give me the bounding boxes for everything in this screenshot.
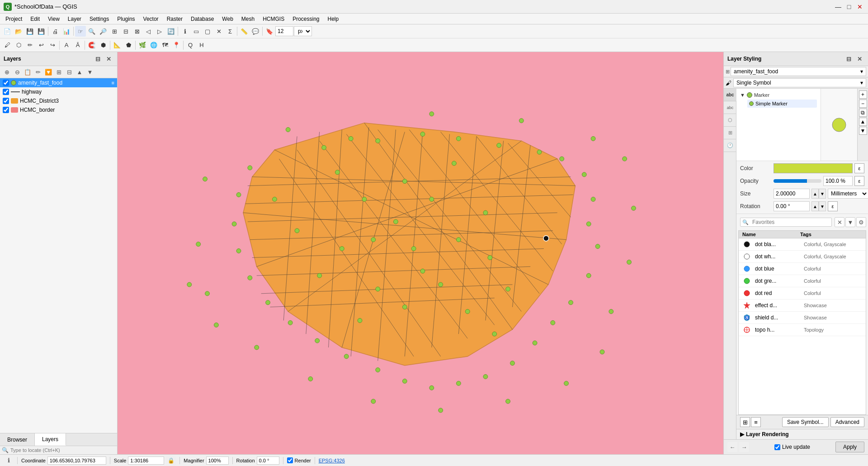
symbol-item-dot-white[interactable]: dot wh... Colorful, Grayscale [739,251,866,263]
symbol-item-dot-green[interactable]: dot gre... Colorful [739,275,866,287]
collapse-all-btn[interactable]: ⊟ [64,67,74,77]
move-down-btn[interactable]: ▼ [85,67,95,77]
label-btn[interactable]: A [61,40,72,51]
menu-view[interactable]: View [44,15,63,23]
menu-web[interactable]: Web [218,15,236,23]
edit-btn[interactable]: ✏ [24,40,35,51]
report-btn[interactable]: 📊 [61,26,72,37]
symbol-item-effect[interactable]: effect d... Showcase [739,300,866,312]
rotation-up-btn[interactable]: ▲ [811,201,819,211]
open-btn[interactable]: 📂 [13,26,24,37]
node-btn[interactable]: ⬡ [13,40,24,51]
maximize-btn[interactable]: □ [844,2,854,11]
menu-plugins[interactable]: Plugins [113,15,138,23]
rotation-input[interactable] [774,201,810,211]
edit-layer-btn[interactable]: ✏ [33,67,43,77]
remove-layer-btn[interactable]: ⊖ [12,67,22,77]
save-btn[interactable]: 💾 [24,26,35,37]
topo-btn[interactable]: ⬢ [98,40,108,51]
scale-lock-btn[interactable]: 🔒 [166,456,176,466]
open-attributes-btn[interactable]: 📋 [23,67,33,77]
window-controls[interactable]: — □ ✕ [834,2,864,11]
opacity-input[interactable] [823,176,853,186]
style-tab-3d[interactable]: ⬡ [724,114,736,127]
list-view-btn[interactable]: ≡ [751,417,761,427]
advanced-digitize-btn[interactable]: 📐 [112,40,123,51]
zoom-prev-btn[interactable]: ◁ [143,26,154,37]
layer-checkbox-highway[interactable] [3,89,9,95]
menu-processing[interactable]: Processing [289,15,323,23]
favorites-settings-btn[interactable]: ▼ [845,217,855,227]
menu-vector[interactable]: Vector [140,15,162,23]
bookmark-btn[interactable]: 🔖 [264,26,275,37]
font-size-input[interactable] [275,26,293,36]
label2-btn[interactable]: Ā [72,40,83,51]
prev-style-btn[interactable]: ← [727,442,737,452]
size-up-btn[interactable]: ▲ [811,189,819,199]
up-symbol-btn[interactable]: ▲ [859,118,867,126]
style-tab-abc2[interactable]: abc [724,101,736,114]
select-rect-btn[interactable]: ▢ [202,26,213,37]
map-area[interactable] [118,52,723,454]
menu-hcmgis[interactable]: HCMGIS [259,15,288,23]
zoom-full-btn[interactable]: ⊞ [109,26,120,37]
add-layer-btn[interactable]: ⊕ [2,67,12,77]
save-symbol-btn[interactable]: Save Symbol... [782,417,829,427]
size-unit-select[interactable]: Millimeters Pixels Points [828,189,868,199]
new-project-btn[interactable]: 📄 [2,26,13,37]
opacity-expr-btn[interactable]: ε [854,176,864,186]
magnifier-input[interactable] [206,456,229,465]
menu-edit[interactable]: Edit [27,15,43,23]
favorites-clear-btn[interactable]: ✕ [835,217,844,227]
minimize-btn[interactable]: — [834,2,843,11]
layer-item-highway[interactable]: highway [0,87,117,96]
move-up-btn[interactable]: ▲ [75,67,85,77]
color-picker-btn[interactable] [774,163,853,173]
epsg-label[interactable]: EPSG:4326 [319,458,345,463]
tab-layers[interactable]: Layers [35,433,66,446]
menu-help[interactable]: Help [324,15,343,23]
symbol-type-dropdown[interactable]: Single Symbol ▾ [733,78,866,87]
snap-btn[interactable]: 🧲 [86,40,97,51]
plugin1-btn[interactable]: 🌐 [148,40,159,51]
save-as-btn[interactable]: 💾 [36,26,47,37]
digitize-btn[interactable]: 🖊 [2,40,13,51]
refresh-btn[interactable]: 🔄 [165,26,176,37]
symbol-item-topo[interactable]: topo h... Topology [739,324,866,336]
redo-btn[interactable]: ↪ [47,40,58,51]
menu-settings[interactable]: Settings [86,15,113,23]
layer-item-district3[interactable]: HCMC_District3 [0,96,117,105]
close-btn[interactable]: ✕ [855,2,864,11]
remove-symbol-btn[interactable]: − [859,100,867,108]
select-btn[interactable]: ▭ [191,26,202,37]
shape-btn[interactable]: ⬟ [123,40,134,51]
layers-minimize-btn[interactable]: ⊟ [93,54,103,64]
zoom-select-btn[interactable]: ⊟ [120,26,131,37]
tree-simple-marker[interactable]: Simple Marker [747,100,817,108]
rotation-down-btn[interactable]: ▼ [819,201,826,211]
pan-btn[interactable]: ☞ [75,26,86,37]
grass-btn[interactable]: 🌿 [137,40,148,51]
filter-btn[interactable]: 🔽 [43,67,53,77]
undo-btn[interactable]: ↩ [36,40,47,51]
zoom-in-btn[interactable]: 🔍 [86,26,97,37]
locate-input[interactable] [9,447,115,453]
symbol-item-dot-red[interactable]: dot red Colorful [739,287,866,300]
tab-browser[interactable]: Browser [0,433,35,446]
style-tab-layers[interactable]: ⊞ [724,127,736,139]
layers-close-btn[interactable]: ✕ [104,54,113,64]
layer-checkbox-district3[interactable] [3,98,9,104]
layer-extra-btn[interactable]: ≡ [112,80,114,86]
icon-view-btn[interactable]: ⊞ [740,417,750,427]
menu-database[interactable]: Database [187,15,217,23]
style-tab-history[interactable]: 🕐 [724,139,736,152]
stats-btn[interactable]: Σ [225,26,236,37]
rotation-expr-btn[interactable]: ε [828,201,838,211]
size-input[interactable] [774,189,810,199]
symbol-item-dot-blue[interactable]: dot blue Colorful [739,263,866,275]
color-expr-btn[interactable]: ε [854,163,864,173]
zoom-next-btn[interactable]: ▷ [154,26,165,37]
styling-panel-minimize[interactable]: ⊟ [844,54,854,64]
menu-mesh[interactable]: Mesh [238,15,258,23]
advanced-btn[interactable]: Advanced [830,417,864,427]
